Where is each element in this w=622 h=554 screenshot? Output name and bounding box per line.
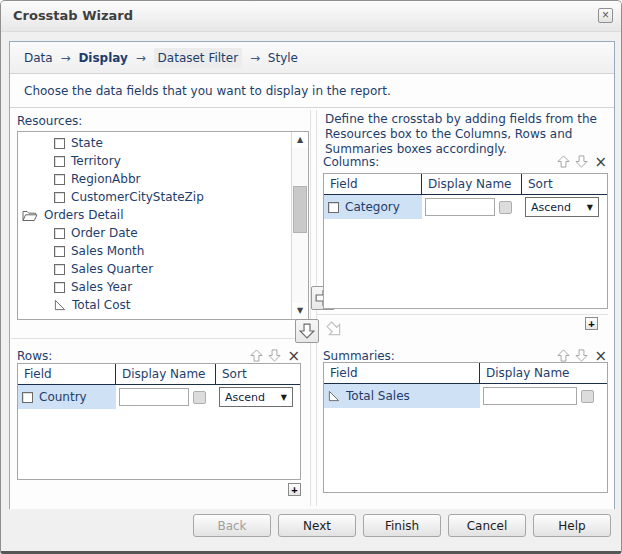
display-name-edit-button[interactable] (499, 201, 512, 214)
tree-item-state[interactable]: State (18, 134, 291, 152)
tree-item-label: Sales Year (71, 280, 132, 294)
move-up-icon[interactable] (557, 349, 570, 362)
rows-actions: × (250, 349, 301, 362)
scroll-down-icon[interactable]: ▼ (292, 303, 308, 319)
sort-select[interactable]: Ascend ▼ (525, 197, 599, 217)
header-field: Field (324, 363, 480, 383)
remove-icon[interactable]: × (593, 156, 608, 168)
column-icon (54, 282, 65, 293)
tree-item-label: Order Date (71, 226, 138, 240)
move-up-icon[interactable] (250, 349, 263, 362)
field-name: Category (345, 200, 400, 214)
column-icon (54, 264, 65, 275)
remove-icon[interactable]: × (593, 350, 608, 362)
remove-icon[interactable]: × (286, 350, 301, 362)
sort-cell: Ascend ▼ (522, 195, 607, 219)
tree-item-orders-detail[interactable]: Orders Detail (18, 206, 291, 224)
columns-table: Field Display Name Sort Category (323, 173, 608, 309)
resources-scrollbar[interactable]: ▲ ▼ (291, 132, 308, 319)
column-icon (54, 156, 65, 167)
field-cell[interactable]: Total Sales (324, 384, 480, 408)
rows-label: Rows: (17, 349, 52, 363)
dialog-title: Crosstab Wizard (13, 8, 133, 23)
display-name-input[interactable] (119, 388, 189, 406)
breadcrumb-data[interactable]: Data (24, 51, 53, 65)
header-field: Field (324, 174, 422, 194)
rows-table: Field Display Name Sort Country (17, 363, 301, 480)
header-display-name: Display Name (422, 174, 522, 194)
define-text: Define the crosstab by adding fields fro… (325, 112, 612, 157)
resources-list: State Territory RegionAbbr CustomerCityS… (17, 131, 309, 320)
tree-item-sales-month[interactable]: Sales Month (18, 242, 291, 260)
resources-label: Resources: (17, 114, 82, 128)
display-name-cell (422, 195, 522, 219)
field-name: Country (39, 390, 87, 404)
header-display-name: Display Name (116, 364, 216, 384)
sort-select[interactable]: Ascend ▼ (219, 387, 293, 407)
breadcrumb-separator: → (132, 51, 150, 65)
tree-item-territory[interactable]: Territory (18, 152, 291, 170)
tree-item-sales-quarter[interactable]: Sales Quarter (18, 260, 291, 278)
footer-buttons: Back Next Finish Cancel Help (193, 514, 611, 537)
move-down-icon[interactable] (268, 349, 281, 362)
sort-value: Ascend (531, 201, 571, 214)
tree-item-total-cost[interactable]: Total Cost (18, 296, 291, 314)
cancel-button[interactable]: Cancel (448, 514, 526, 537)
rows-header-row: Rows: × (17, 348, 301, 363)
summaries-table-header: Field Display Name (324, 363, 607, 384)
tree-item-label: Territory (71, 154, 121, 168)
breadcrumb-dataset-filter[interactable]: Dataset Filter (154, 48, 243, 68)
tree-item-regionabbr[interactable]: RegionAbbr (18, 170, 291, 188)
rows-expand-button[interactable]: + (288, 483, 301, 496)
tree-item-sales-year[interactable]: Sales Year (18, 278, 291, 296)
columns-table-header: Field Display Name Sort (324, 174, 607, 195)
folder-open-icon (22, 209, 38, 222)
field-cell[interactable]: Category (324, 195, 422, 219)
breadcrumb-style[interactable]: Style (268, 51, 298, 65)
tree-item-label: Total Cost (72, 298, 131, 312)
tree-item-order-date[interactable]: Order Date (18, 224, 291, 242)
table-row[interactable]: Total Sales (324, 384, 607, 408)
sort-value: Ascend (225, 391, 265, 404)
columns-expand-button[interactable]: + (585, 317, 598, 330)
header-display-name: Display Name (480, 363, 607, 383)
title-bar[interactable]: Crosstab Wizard × (1, 1, 621, 32)
table-row[interactable]: Country Ascend ▼ (18, 385, 300, 409)
tree-item-customercitystatezip[interactable]: CustomerCityStateZip (18, 188, 291, 206)
display-name-edit-button[interactable] (193, 391, 206, 404)
crosstab-wizard-dialog: Crosstab Wizard × Data → Display → Datas… (0, 0, 622, 554)
rows-table-header: Field Display Name Sort (18, 364, 300, 385)
display-name-input[interactable] (483, 387, 577, 405)
divider (11, 338, 310, 339)
help-button[interactable]: Help (533, 514, 611, 537)
header-sort: Sort (522, 174, 607, 194)
field-cell[interactable]: Country (18, 385, 116, 409)
display-name-input[interactable] (425, 198, 495, 216)
move-down-icon[interactable] (575, 349, 588, 362)
column-icon (54, 174, 65, 185)
column-icon (328, 202, 339, 213)
move-to-summaries-arrow-disabled (326, 321, 343, 341)
summary-icon (54, 299, 66, 311)
table-row[interactable]: Category Ascend ▼ (324, 195, 607, 219)
column-icon (22, 392, 33, 403)
display-name-edit-button[interactable] (581, 390, 594, 403)
column-icon (54, 192, 65, 203)
move-down-icon[interactable] (575, 155, 588, 168)
tree-item-label: State (71, 136, 103, 150)
tree-item-label: Orders Detail (44, 208, 124, 222)
scrollbar-thumb[interactable] (293, 186, 307, 233)
summary-icon (328, 390, 340, 402)
summaries-table: Field Display Name Total Sales (323, 362, 608, 493)
diagonal-arrow-icon (322, 317, 346, 341)
columns-header-row: Columns: × (323, 154, 608, 169)
next-button[interactable]: Next (278, 514, 356, 537)
move-to-rows-button[interactable] (295, 319, 319, 343)
scroll-up-icon[interactable]: ▲ (292, 132, 308, 148)
summaries-label: Summaries: (323, 349, 395, 363)
close-icon[interactable]: × (598, 8, 613, 23)
chevron-down-icon: ▼ (281, 393, 287, 402)
breadcrumb-display[interactable]: Display (78, 51, 127, 65)
move-up-icon[interactable] (557, 155, 570, 168)
finish-button[interactable]: Finish (363, 514, 441, 537)
